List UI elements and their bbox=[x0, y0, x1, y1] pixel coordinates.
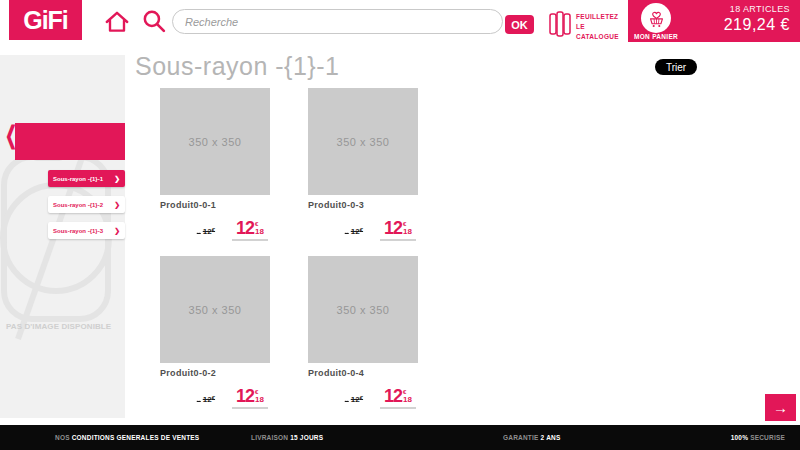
chevron-right-icon: ❯ bbox=[114, 227, 120, 235]
product-card[interactable]: 350 x 350 Produit0-0-3 12€ 12€18 bbox=[308, 88, 418, 241]
product-image-placeholder: 350 x 350 bbox=[308, 88, 418, 195]
promo-price: 12€18 bbox=[380, 221, 416, 241]
search-input[interactable] bbox=[172, 9, 503, 34]
sidebar-item-sous-rayon-2[interactable]: Sous-rayon -{1}-2 ❯ bbox=[48, 196, 125, 213]
cart-info: 18 ARTICLES 219,24 € bbox=[724, 4, 790, 34]
chevron-right-icon: ❯ bbox=[114, 201, 120, 209]
header: GiFi OK bbox=[0, 0, 800, 45]
price-fine-print bbox=[380, 407, 416, 409]
cart-icon-circle bbox=[641, 3, 671, 33]
footer-livraison: LIVRAISON15 JOURS bbox=[251, 434, 323, 441]
sidebar-item-sous-rayon-3[interactable]: Sous-rayon -{1}-3 ❯ bbox=[48, 222, 125, 239]
price-fine-print bbox=[380, 239, 416, 241]
sidebar-item-label: Sous-rayon -{1}-3 bbox=[53, 228, 103, 234]
category-header-button[interactable] bbox=[15, 123, 125, 160]
gifi-logo[interactable]: GiFi bbox=[9, 0, 82, 40]
chevron-right-icon: ❯ bbox=[114, 175, 120, 183]
cart-items-count: 18 ARTICLES bbox=[724, 4, 790, 14]
old-price: 12€ bbox=[197, 227, 215, 236]
product-card[interactable]: 350 x 350 Produit0-0-2 12€ 12€18 bbox=[160, 256, 270, 409]
sidebar-item-sous-rayon-1[interactable]: Sous-rayon -{1}-1 ❯ bbox=[48, 170, 125, 187]
price-fine-print bbox=[232, 239, 268, 241]
product-name: Produit0-0-1 bbox=[160, 200, 270, 210]
no-image-text: PAS D'IMAGE DISPONIBLE bbox=[6, 322, 121, 331]
home-icon bbox=[103, 8, 131, 36]
product-card[interactable]: 350 x 350 Produit0-0-1 12€ 12€18 bbox=[160, 88, 270, 241]
product-card[interactable]: 350 x 350 Produit0-0-4 12€ 12€18 bbox=[308, 256, 418, 409]
catalogue-icon bbox=[548, 9, 572, 42]
catalogue-label: FEUILLETEZ LE CATALOGUE bbox=[576, 9, 619, 42]
cart-total: 219,24 € bbox=[724, 16, 790, 34]
cart-heart-icon bbox=[646, 8, 667, 29]
gifi-product-listing-page: GiFi OK bbox=[0, 0, 800, 450]
footer-garantie: GARANTIE2 ANS bbox=[503, 434, 560, 441]
product-prices: 12€ 12€18 bbox=[160, 389, 270, 409]
product-name: Produit0-0-4 bbox=[308, 368, 418, 378]
promo-price: 12€18 bbox=[380, 389, 416, 409]
page-title: Sous-rayon -{1}-1 bbox=[135, 52, 339, 81]
search-ok-button[interactable]: OK bbox=[505, 15, 534, 34]
product-image-placeholder: 350 x 350 bbox=[160, 88, 270, 195]
product-prices: 12€ 12€18 bbox=[308, 221, 418, 241]
footer-securise: 100%SECURISE bbox=[729, 434, 785, 441]
footer-bar: NOSCONDITIONS GENERALES DE VENTES LIVRAI… bbox=[0, 425, 800, 450]
cart-button[interactable]: MON PANIER 18 ARTICLES 219,24 € bbox=[628, 0, 800, 42]
catalogue-link[interactable]: FEUILLETEZ LE CATALOGUE bbox=[548, 9, 619, 42]
search-bar bbox=[172, 9, 503, 34]
footer-conditions[interactable]: NOSCONDITIONS GENERALES DE VENTES bbox=[55, 434, 199, 441]
product-image-placeholder: 350 x 350 bbox=[308, 256, 418, 363]
product-name: Produit0-0-3 bbox=[308, 200, 418, 210]
promo-price: 12€18 bbox=[232, 389, 268, 409]
sidebar-item-label: Sous-rayon -{1}-1 bbox=[53, 176, 103, 182]
cart-label: MON PANIER bbox=[628, 33, 684, 40]
price-fine-print bbox=[232, 407, 268, 409]
old-price: 12€ bbox=[345, 227, 363, 236]
sidebar: PAS D'IMAGE DISPONIBLE ❮ Sous-rayon -{1}… bbox=[0, 55, 125, 418]
search-icon bbox=[141, 8, 168, 35]
product-name: Produit0-0-2 bbox=[160, 368, 270, 378]
product-prices: 12€ 12€18 bbox=[160, 221, 270, 241]
product-image-placeholder: 350 x 350 bbox=[160, 256, 270, 363]
sidebar-item-label: Sous-rayon -{1}-2 bbox=[53, 202, 103, 208]
promo-price: 12€18 bbox=[232, 221, 268, 241]
old-price: 12€ bbox=[345, 395, 363, 404]
old-price: 12€ bbox=[197, 395, 215, 404]
next-page-button[interactable]: → bbox=[765, 394, 796, 421]
home-button[interactable] bbox=[103, 8, 131, 36]
product-prices: 12€ 12€18 bbox=[308, 389, 418, 409]
sort-button[interactable]: Trier bbox=[655, 59, 697, 75]
arrow-right-icon: → bbox=[773, 399, 788, 416]
